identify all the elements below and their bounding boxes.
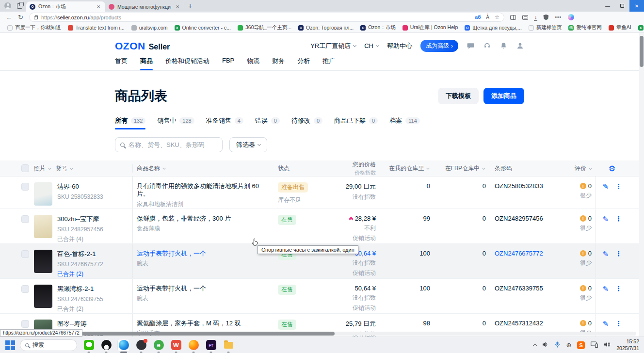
col-fbp[interactable]: 在FBP仓库中 (433, 164, 485, 173)
edit-icon[interactable]: ✎ (602, 215, 609, 224)
filter-tab-档案[interactable]: 档案114 (389, 116, 420, 129)
refresh-icon[interactable]: ↻ (18, 14, 23, 21)
filter-tab-待修改[interactable]: 待修改0 (291, 116, 322, 129)
bookmark-item[interactable]: X在线转换器 - 免费... (635, 23, 644, 32)
nav-item-商品[interactable]: 商品 (140, 57, 153, 70)
edit-icon[interactable]: ✎ (602, 320, 609, 328)
help-center-link[interactable]: 帮助中心 (387, 42, 412, 50)
start-button[interactable] (5, 340, 16, 351)
chat-icon[interactable] (467, 42, 475, 50)
download-template-button[interactable]: 下载模板 (438, 88, 479, 104)
address-bar[interactable]: https://seller.ozon.ru/app/products аб A… (29, 13, 504, 22)
row-checkbox[interactable] (21, 250, 29, 258)
horizontal-scrollbar[interactable] (0, 332, 636, 336)
microphone-icon[interactable] (555, 341, 560, 350)
nav-item-推广[interactable]: 推广 (322, 57, 335, 70)
collections-icon[interactable] (522, 15, 528, 20)
taskbar-app-firefox-icon[interactable] (187, 339, 200, 352)
taskbar-app-qq-icon[interactable] (100, 339, 113, 352)
filter-tab-所有[interactable]: 所有132 (115, 116, 145, 129)
new-tab-button[interactable]: + (188, 2, 192, 10)
phone-link-icon[interactable] (591, 341, 598, 350)
select-all-checkbox[interactable] (21, 164, 29, 172)
volume-icon[interactable] (542, 341, 549, 350)
col-name[interactable]: 商品名称 (137, 164, 278, 173)
nav-item-价格和促销活动[interactable]: 价格和促销活动 (165, 57, 209, 70)
product-name[interactable]: 保鲜膜，包装，非常经济，300 片 (137, 215, 269, 223)
row-checkbox[interactable] (21, 183, 29, 191)
read-aloud-icon[interactable]: A̓ (486, 15, 489, 20)
edit-icon[interactable]: ✎ (602, 285, 609, 293)
clock[interactable]: 15:52 2025/7/31 (616, 338, 639, 352)
settings-menu-icon[interactable]: ••• (555, 15, 562, 20)
col-article[interactable]: 货号 (56, 164, 73, 173)
premium-button[interactable]: 成为高级› (420, 40, 458, 52)
split-screen-icon[interactable] (510, 15, 516, 20)
ime-tool-icon[interactable]: ⊕ (566, 341, 571, 349)
product-image[interactable] (34, 182, 52, 206)
filters-button[interactable]: 筛选器 (229, 137, 267, 152)
tray-overflow-icon[interactable] (533, 344, 537, 348)
browser-profile-icon[interactable] (3, 1, 13, 10)
row-menu-icon[interactable]: ⋮ (615, 182, 622, 190)
add-product-button[interactable]: 添加商品 (483, 88, 524, 104)
taskbar-search[interactable]: 搜索 (20, 339, 77, 351)
product-name[interactable]: 运动手表带打火机，一个 (137, 250, 269, 257)
product-image[interactable] (34, 285, 52, 308)
bookmark-item[interactable]: Translate text from i... (64, 24, 128, 32)
taskbar-app-ie-browser-icon[interactable]: e (152, 339, 165, 352)
nav-item-分析[interactable]: 分析 (297, 57, 310, 70)
bookmark-item[interactable]: 章鱼AI (605, 23, 635, 32)
filter-tab-销售中[interactable]: 销售中128 (157, 116, 194, 129)
favorite-star-icon[interactable]: ☆ (495, 14, 499, 20)
language-selector[interactable]: CH (364, 42, 379, 49)
copilot-icon[interactable] (568, 14, 574, 20)
taskbar-app-music-app-icon[interactable] (135, 339, 147, 352)
row-menu-icon[interactable]: ⋮ (615, 320, 622, 327)
taskbar-app-folder-icon[interactable] (222, 339, 235, 352)
bookmark-item[interactable]: 新建标签页 (525, 23, 565, 32)
support-headset-icon[interactable] (483, 42, 491, 50)
nav-item-首页[interactable]: 首页 (115, 57, 128, 70)
product-image[interactable] (34, 215, 52, 238)
filter-tab-商品已下架[interactable]: 商品已下架0 (334, 116, 378, 129)
row-checkbox[interactable] (21, 215, 29, 223)
tab-close-icon[interactable]: ✕ (95, 4, 102, 10)
nav-item-物流[interactable]: 物流 (247, 57, 259, 70)
row-checkbox[interactable] (21, 285, 29, 293)
nav-item-FBP[interactable]: FBP (222, 57, 234, 70)
bookmark-item[interactable]: OOzon: Торговая пл... (295, 24, 357, 32)
browser-tab[interactable]: OOzon：市场✕ (26, 1, 105, 12)
product-name[interactable]: 具有消毒作用的强效多功能清洁地板片剂 60 片。 (137, 182, 269, 198)
edit-icon[interactable]: ✎ (602, 250, 609, 258)
tab-close-icon[interactable]: ✕ (174, 4, 181, 10)
browser-essentials-icon[interactable] (543, 15, 548, 20)
row-menu-icon[interactable]: ⋮ (615, 215, 622, 223)
notifications-bell-icon[interactable] (499, 42, 508, 50)
col-stock[interactable]: 在我的仓库里 (380, 164, 429, 173)
col-rating[interactable]: 评价 (552, 164, 592, 173)
taskbar-app-premiere-icon[interactable]: Pr (205, 339, 217, 352)
merged-count[interactable]: 已合并 (2) (57, 270, 103, 278)
sogou-input-icon[interactable]: S (577, 341, 585, 349)
bookmark-item[interactable]: 纯爱纯净官网 (565, 23, 605, 32)
taskbar-app-wechat-icon[interactable] (82, 339, 95, 352)
minimize-button[interactable]: — (600, 0, 615, 12)
taskbar-app-wps-icon[interactable]: W (170, 339, 182, 352)
merged-count[interactable]: 已合并 (2) (57, 305, 103, 313)
bookmark-item[interactable]: 360导航_一个主页... (234, 23, 295, 32)
filter-tab-错误[interactable]: 错误0 (255, 116, 280, 129)
bookmark-item[interactable]: OЩетка для посуды,... (461, 24, 525, 32)
bookmark-item[interactable]: XOnline converter - c... (171, 24, 234, 32)
bookmark-item[interactable]: 百度一下，你就知道 (4, 23, 64, 32)
product-name[interactable]: 运动手表带打火机，一个 (137, 285, 269, 292)
bookmark-item[interactable]: uralsvip.com (128, 24, 171, 32)
store-selector[interactable]: YR工厂直销店 (310, 42, 356, 50)
close-button[interactable]: ✕ (629, 0, 644, 12)
downloads-icon[interactable]: ↓ (534, 15, 537, 19)
workspaces-icon[interactable] (15, 1, 24, 10)
back-icon[interactable]: ← (6, 14, 12, 21)
row-menu-icon[interactable]: ⋮ (615, 285, 622, 292)
translate-icon[interactable]: аб (475, 15, 481, 20)
browser-tab[interactable]: Мощные многофункциональнь✕ (105, 1, 184, 12)
